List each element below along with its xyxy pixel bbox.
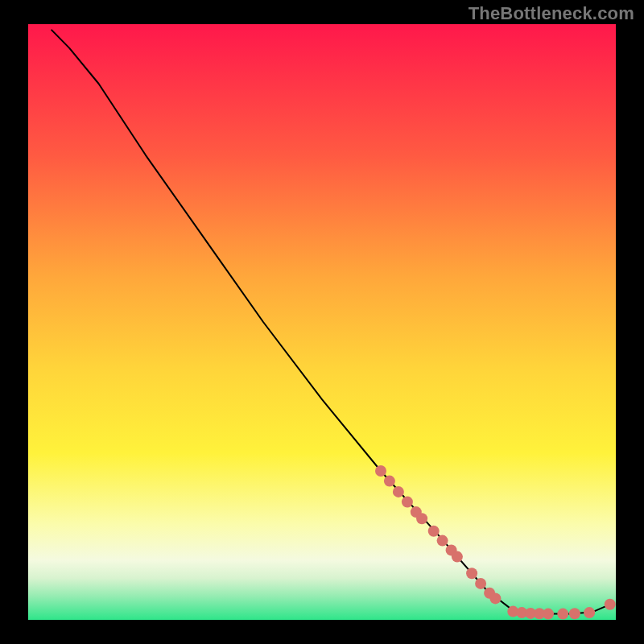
data-marker [428, 526, 440, 537]
data-marker [605, 599, 616, 610]
chart-stage: TheBottleneck.com [0, 0, 644, 644]
data-marker [375, 465, 386, 477]
data-marker [489, 592, 501, 604]
data-marker [402, 497, 413, 508]
plot-area [28, 24, 616, 620]
data-marker [393, 486, 404, 497]
data-marker [466, 568, 477, 579]
data-marker [452, 551, 463, 563]
data-marker [543, 609, 554, 620]
data-marker [475, 578, 486, 589]
data-marker [584, 607, 595, 618]
gradient-background [28, 24, 616, 620]
data-marker [437, 535, 448, 547]
data-marker [569, 608, 580, 619]
data-marker [557, 609, 568, 620]
data-marker [416, 513, 427, 524]
chart-svg [28, 24, 616, 620]
watermark-text: TheBottleneck.com [469, 3, 634, 24]
data-marker [384, 476, 395, 487]
